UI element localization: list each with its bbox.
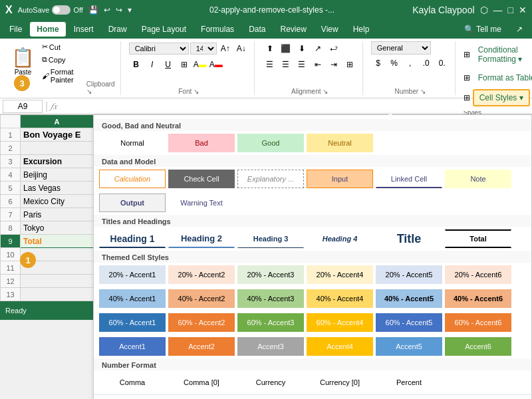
style-heading3[interactable]: Heading 3	[237, 229, 304, 248]
decrease-indent-btn[interactable]: ⇤	[311, 57, 325, 72]
style-heading1[interactable]: Heading 1	[99, 229, 166, 248]
cut-button[interactable]: ✂ Cut	[39, 41, 85, 53]
menu-data[interactable]: Data	[242, 22, 272, 37]
style-neutral[interactable]: Neutral	[307, 134, 373, 152]
style-linked-cell[interactable]: Linked Cell	[376, 170, 442, 188]
style-accent4-60[interactable]: 60% - Accent4	[307, 313, 373, 332]
increase-decimal-btn[interactable]: .0	[419, 56, 434, 70]
currency-btn[interactable]: $	[371, 56, 386, 70]
style-accent5-40[interactable]: 40% - Accent5	[376, 289, 442, 308]
style-input[interactable]: Input	[307, 170, 373, 188]
style-accent3-40[interactable]: 40% - Accent3	[237, 289, 304, 308]
style-good[interactable]: Good	[237, 134, 304, 152]
style-accent4-20[interactable]: 20% - Accent4	[307, 265, 373, 284]
copy-button[interactable]: ⧉ Copy	[39, 54, 85, 65]
style-note[interactable]: Note	[445, 170, 511, 188]
cell-a2[interactable]	[21, 142, 94, 155]
align-bottom-btn[interactable]: ⬇	[295, 41, 309, 56]
style-accent3[interactable]: Accent3	[237, 337, 304, 356]
menu-view[interactable]: View	[315, 22, 345, 37]
percent-btn[interactable]: %	[387, 56, 402, 70]
decrease-font-btn[interactable]: A↓	[234, 41, 249, 56]
style-accent2[interactable]: Accent2	[168, 337, 235, 356]
menu-help[interactable]: Help	[346, 22, 376, 37]
style-calculation[interactable]: Calculation	[99, 170, 166, 188]
menu-home[interactable]: Home	[30, 22, 65, 37]
save-icon[interactable]: 💾	[88, 5, 98, 15]
formula-input[interactable]	[60, 102, 529, 111]
menu-file[interactable]: File	[3, 22, 29, 37]
cell-a3[interactable]: Excursion	[21, 155, 94, 168]
comma-btn[interactable]: ,	[403, 56, 418, 70]
style-accent3-20[interactable]: 20% - Accent3	[237, 265, 304, 284]
cell-a8[interactable]: Tokyo	[21, 221, 94, 235]
menu-insert[interactable]: Insert	[67, 22, 100, 37]
style-accent3-60[interactable]: 60% - Accent3	[237, 313, 304, 332]
style-accent1-40[interactable]: 40% - Accent1	[99, 289, 166, 308]
style-accent4[interactable]: Accent4	[307, 337, 373, 356]
cell-a1[interactable]: Bon Voyage E	[21, 128, 94, 142]
style-normal[interactable]: Normal	[99, 134, 166, 152]
share-btn[interactable]: ↗	[509, 22, 529, 37]
italic-button[interactable]: I	[145, 57, 160, 72]
search-icon[interactable]: 🔍 Tell me	[458, 22, 508, 37]
cell-a4[interactable]: Beijing	[21, 168, 94, 182]
style-accent4-40[interactable]: 40% - Accent4	[307, 289, 373, 308]
style-comma0[interactable]: Comma [0]	[168, 373, 235, 392]
style-heading4[interactable]: Heading 4	[307, 229, 373, 248]
style-accent6-40[interactable]: 40% - Accent6	[445, 289, 511, 308]
style-accent5[interactable]: Accent5	[376, 337, 442, 356]
style-accent6-20[interactable]: 20% - Accent6	[445, 265, 511, 284]
conditional-format-button[interactable]: Conditional Formatting ▾	[473, 43, 532, 66]
style-accent1-20[interactable]: 20% - Accent1	[99, 265, 166, 284]
style-accent6-60[interactable]: 60% - Accent6	[445, 313, 511, 332]
style-percent[interactable]: Percent	[376, 373, 442, 392]
style-warning-text[interactable]: Warning Text	[168, 194, 235, 212]
align-center-btn[interactable]: ☰	[279, 57, 293, 72]
align-middle-btn[interactable]: ⬛	[279, 41, 293, 56]
bold-button[interactable]: B	[129, 57, 144, 72]
style-check-cell[interactable]: Check Cell	[168, 170, 235, 188]
style-accent1[interactable]: Accent1	[99, 337, 166, 356]
style-heading2[interactable]: Heading 2	[168, 229, 235, 248]
close-btn[interactable]: ✕	[519, 5, 527, 15]
style-comma[interactable]: Comma	[99, 373, 166, 392]
style-bad[interactable]: Bad	[168, 134, 235, 152]
cell-a6[interactable]: Mexico City	[21, 195, 94, 208]
format-table-button[interactable]: Format as Table	[473, 70, 532, 85]
menu-draw[interactable]: Draw	[102, 22, 134, 37]
style-currency[interactable]: Currency	[237, 373, 304, 392]
minimize-btn[interactable]: —	[493, 5, 503, 15]
autosave-switch[interactable]	[52, 5, 70, 15]
style-accent2-20[interactable]: 20% - Accent2	[168, 265, 235, 284]
underline-button[interactable]: U	[161, 57, 176, 72]
style-explanatory[interactable]: Explanatory ...	[237, 170, 304, 188]
increase-indent-btn[interactable]: ⇥	[327, 57, 341, 72]
cell-styles-button[interactable]: Cell Styles ▾	[473, 89, 530, 106]
style-accent2-60[interactable]: 60% - Accent2	[168, 313, 235, 332]
menu-review[interactable]: Review	[273, 22, 313, 37]
style-accent2-40[interactable]: 40% - Accent2	[168, 289, 235, 308]
font-size-select[interactable]: 14	[190, 43, 217, 55]
align-top-btn[interactable]: ⬆	[263, 41, 277, 56]
number-format-select[interactable]: General	[371, 41, 431, 55]
merge-btn[interactable]: ⊞	[342, 57, 357, 72]
text-angle-btn[interactable]: ↗	[311, 41, 325, 56]
undo-icon[interactable]: ↩	[104, 5, 110, 15]
font-family-select[interactable]: Calibri	[129, 43, 189, 55]
cell-a13[interactable]	[21, 288, 94, 301]
style-total[interactable]: Total	[445, 229, 511, 248]
wrap-text-btn[interactable]: ⮐	[327, 41, 341, 56]
cell-a12[interactable]	[21, 275, 94, 288]
cell-a7[interactable]: Paris	[21, 208, 94, 221]
maximize-btn[interactable]: □	[508, 5, 513, 15]
border-button[interactable]: ⊞	[177, 57, 192, 72]
cell-reference-input[interactable]	[3, 100, 43, 113]
redo-icon[interactable]: ↪	[116, 5, 122, 15]
decrease-decimal-btn[interactable]: 0.	[435, 56, 450, 70]
menu-formulas[interactable]: Formulas	[194, 22, 241, 37]
style-accent5-20[interactable]: 20% - Accent5	[376, 265, 442, 284]
style-accent6[interactable]: Accent6	[445, 337, 511, 356]
fill-color-button[interactable]: A▬	[193, 57, 207, 72]
cell-a5[interactable]: Las Vegas	[21, 182, 94, 195]
